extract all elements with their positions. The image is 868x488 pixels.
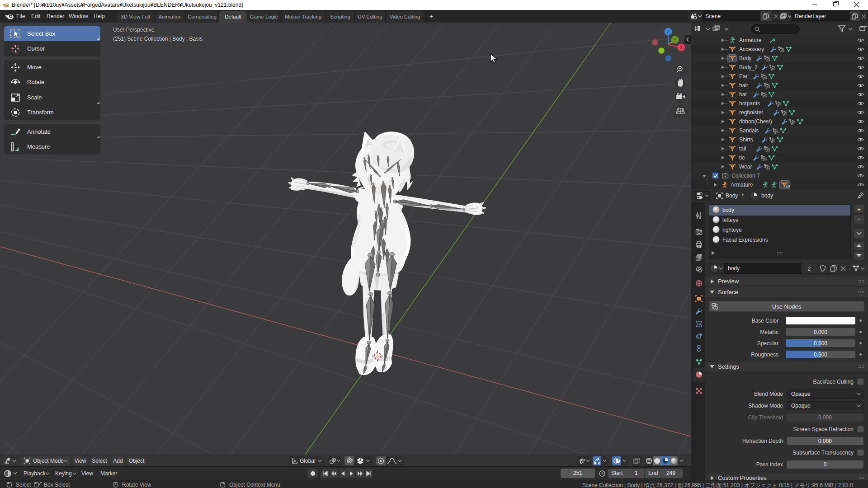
svg-text:Z: Z [667,29,670,34]
svg-text:X: X [680,45,683,50]
svg-text:Y: Y [674,38,677,42]
